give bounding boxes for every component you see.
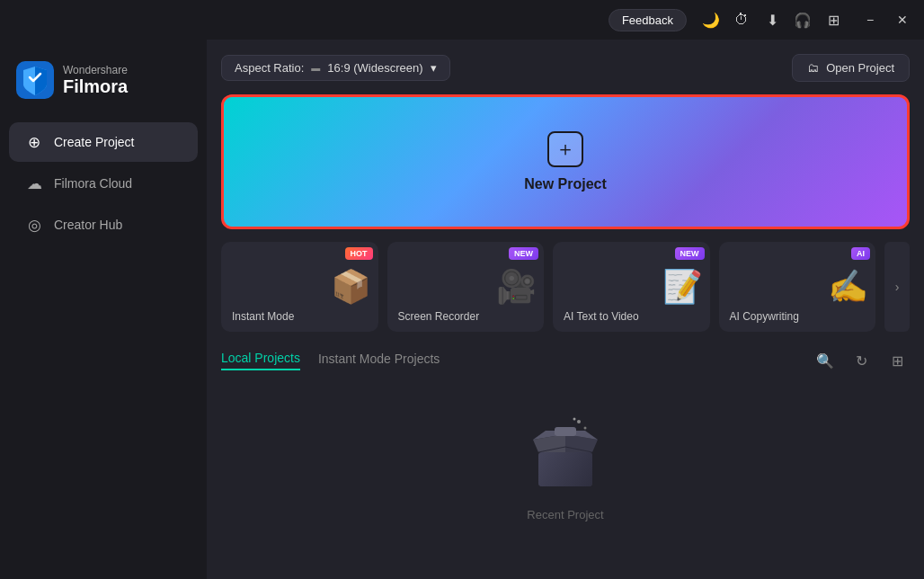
aspect-ratio-value: 16:9 (Widescreen) xyxy=(327,61,422,75)
sidebar-item-creator-hub[interactable]: ◎ Creator Hub xyxy=(9,205,198,245)
screen-recorder-badge: NEW xyxy=(509,247,538,260)
instant-mode-illustration: 📦 xyxy=(331,268,371,306)
minimize-button[interactable]: − xyxy=(856,5,884,34)
sidebar-item-creator-hub-label: Creator Hub xyxy=(54,218,122,232)
new-project-plus-icon: ＋ xyxy=(547,131,583,167)
ai-copywriting-label: AI Copywriting xyxy=(730,310,799,323)
feature-card-screen-recorder[interactable]: NEW 🎥 Screen Recorder xyxy=(387,242,545,332)
grid-icon[interactable]: ⊞ xyxy=(823,10,843,30)
filmora-cloud-icon: ☁ xyxy=(25,174,43,192)
ai-copywriting-illustration: ✍️ xyxy=(828,268,868,306)
feature-card-instant-mode[interactable]: HOT 📦 Instant Mode xyxy=(221,242,378,332)
top-bar: Aspect Ratio: ▬ 16:9 (Widescreen) ▾ 🗂 Op… xyxy=(221,54,910,82)
titlebar-icons: 🌙 ⏱ ⬇ 🎧 ⊞ xyxy=(701,10,843,30)
ai-text-to-video-badge: NEW xyxy=(675,247,705,260)
svg-rect-2 xyxy=(538,452,592,486)
tab-local-projects[interactable]: Local Projects xyxy=(221,351,300,370)
aspect-ratio-label: Aspect Ratio: xyxy=(235,61,304,75)
tab-actions: 🔍 ↻ ⊞ xyxy=(813,348,910,373)
logo-text: Wondershare Filmora xyxy=(63,64,128,97)
download-icon[interactable]: ⬇ xyxy=(762,10,782,30)
app-name: Filmora xyxy=(63,76,128,97)
search-icon[interactable]: 🔍 xyxy=(813,348,838,373)
svg-rect-3 xyxy=(555,427,576,436)
instant-mode-label: Instant Mode xyxy=(232,310,294,323)
empty-state: Recent Project xyxy=(221,387,910,548)
support-icon[interactable]: 🎧 xyxy=(793,10,813,30)
new-project-card[interactable]: ＋ New Project xyxy=(221,94,910,229)
titlebar: Feedback 🌙 ⏱ ⬇ 🎧 ⊞ − ✕ xyxy=(0,0,924,40)
window-controls: − ✕ xyxy=(856,5,917,34)
content-area: Aspect Ratio: ▬ 16:9 (Widescreen) ▾ 🗂 Op… xyxy=(207,40,924,579)
view-toggle-icon[interactable]: ⊞ xyxy=(884,348,910,373)
sidebar-item-filmora-cloud-label: Filmora Cloud xyxy=(54,176,132,191)
theme-toggle-icon[interactable]: 🌙 xyxy=(701,10,721,30)
svg-point-5 xyxy=(584,427,587,430)
close-button[interactable]: ✕ xyxy=(888,5,917,34)
timer-icon[interactable]: ⏱ xyxy=(732,10,751,30)
create-project-icon: ⊕ xyxy=(25,133,43,151)
screen-recorder-illustration: 🎥 xyxy=(496,268,537,306)
tab-instant-mode-projects[interactable]: Instant Mode Projects xyxy=(318,352,440,370)
ai-copywriting-badge: AI xyxy=(851,247,870,260)
creator-hub-icon: ◎ xyxy=(25,216,43,234)
feature-card-ai-text-to-video[interactable]: NEW 📝 AI Text to Video xyxy=(553,242,710,332)
open-project-label: Open Project xyxy=(826,61,894,75)
main-layout: Wondershare Filmora ⊕ Create Project ☁ F… xyxy=(0,40,924,579)
feature-card-ai-copywriting[interactable]: AI ✍️ AI Copywriting xyxy=(719,242,876,332)
logo-area: Wondershare Filmora xyxy=(0,54,207,120)
sidebar: Wondershare Filmora ⊕ Create Project ☁ F… xyxy=(0,40,207,579)
feature-cards: HOT 📦 Instant Mode NEW 🎥 Screen Recorder… xyxy=(221,242,910,332)
logo-icon xyxy=(16,61,54,99)
aspect-ratio-selector[interactable]: Aspect Ratio: ▬ 16:9 (Widescreen) ▾ xyxy=(221,55,450,81)
new-project-label: New Project xyxy=(524,176,607,192)
refresh-icon[interactable]: ↻ xyxy=(848,348,874,373)
svg-point-6 xyxy=(573,418,576,421)
empty-state-label: Recent Project xyxy=(527,508,603,521)
feedback-button[interactable]: Feedback xyxy=(609,9,687,31)
sidebar-item-create-project[interactable]: ⊕ Create Project xyxy=(9,122,198,162)
open-project-icon: 🗂 xyxy=(807,61,819,75)
sidebar-item-filmora-cloud[interactable]: ☁ Filmora Cloud xyxy=(9,164,198,203)
company-name: Wondershare xyxy=(63,64,128,76)
open-project-button[interactable]: 🗂 Open Project xyxy=(792,54,910,82)
ai-text-to-video-illustration: 📝 xyxy=(662,268,703,306)
empty-box-illustration xyxy=(520,414,610,495)
ai-text-to-video-label: AI Text to Video xyxy=(564,310,639,323)
scroll-right-button[interactable]: › xyxy=(884,242,910,332)
instant-mode-badge: HOT xyxy=(345,247,373,260)
aspect-ratio-chevron: ▾ xyxy=(431,61,437,75)
screen-recorder-label: Screen Recorder xyxy=(398,310,480,323)
svg-point-4 xyxy=(577,420,581,423)
projects-tabs: Local Projects Instant Mode Projects 🔍 ↻… xyxy=(221,348,910,373)
sidebar-item-create-project-label: Create Project xyxy=(54,135,134,149)
